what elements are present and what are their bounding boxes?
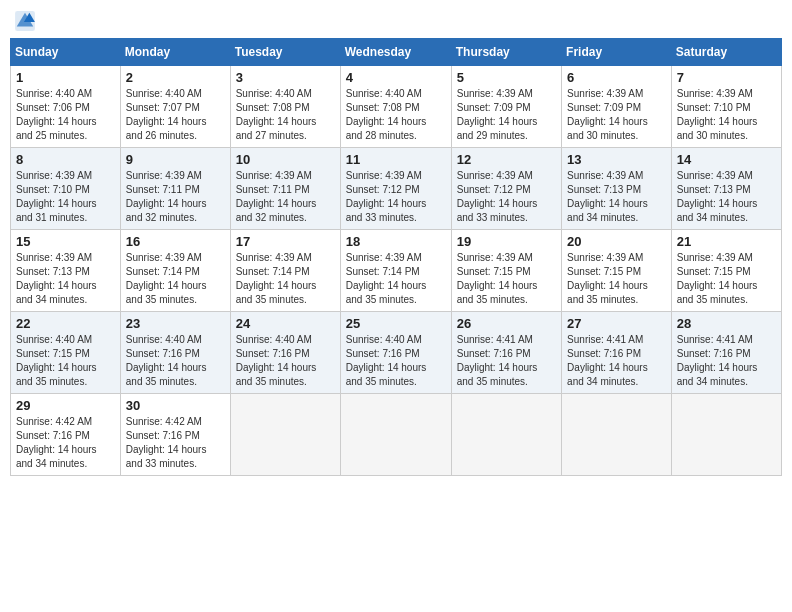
calendar-day-cell: 28 Sunrise: 4:41 AMSunset: 7:16 PMDaylig…	[671, 312, 781, 394]
calendar-day-cell: 27 Sunrise: 4:41 AMSunset: 7:16 PMDaylig…	[562, 312, 672, 394]
calendar-week-row: 1 Sunrise: 4:40 AMSunset: 7:06 PMDayligh…	[11, 66, 782, 148]
calendar-day-cell: 26 Sunrise: 4:41 AMSunset: 7:16 PMDaylig…	[451, 312, 561, 394]
header-thursday: Thursday	[451, 39, 561, 66]
calendar-day-cell: 22 Sunrise: 4:40 AMSunset: 7:15 PMDaylig…	[11, 312, 121, 394]
calendar-day-cell: 29 Sunrise: 4:42 AMSunset: 7:16 PMDaylig…	[11, 394, 121, 476]
day-info: Sunrise: 4:39 AMSunset: 7:15 PMDaylight:…	[457, 251, 556, 307]
header-friday: Friday	[562, 39, 672, 66]
calendar-day-cell	[671, 394, 781, 476]
day-info: Sunrise: 4:40 AMSunset: 7:16 PMDaylight:…	[126, 333, 225, 389]
calendar-day-cell: 13 Sunrise: 4:39 AMSunset: 7:13 PMDaylig…	[562, 148, 672, 230]
day-number: 22	[16, 316, 115, 331]
day-info: Sunrise: 4:39 AMSunset: 7:12 PMDaylight:…	[346, 169, 446, 225]
day-number: 26	[457, 316, 556, 331]
header-sunday: Sunday	[11, 39, 121, 66]
calendar-day-cell: 23 Sunrise: 4:40 AMSunset: 7:16 PMDaylig…	[120, 312, 230, 394]
day-number: 17	[236, 234, 335, 249]
logo	[14, 10, 40, 32]
day-info: Sunrise: 4:40 AMSunset: 7:08 PMDaylight:…	[236, 87, 335, 143]
day-number: 9	[126, 152, 225, 167]
day-info: Sunrise: 4:40 AMSunset: 7:16 PMDaylight:…	[236, 333, 335, 389]
calendar-day-cell: 30 Sunrise: 4:42 AMSunset: 7:16 PMDaylig…	[120, 394, 230, 476]
calendar-week-row: 29 Sunrise: 4:42 AMSunset: 7:16 PMDaylig…	[11, 394, 782, 476]
day-number: 23	[126, 316, 225, 331]
day-info: Sunrise: 4:39 AMSunset: 7:14 PMDaylight:…	[236, 251, 335, 307]
calendar-day-cell: 12 Sunrise: 4:39 AMSunset: 7:12 PMDaylig…	[451, 148, 561, 230]
day-number: 7	[677, 70, 776, 85]
day-number: 18	[346, 234, 446, 249]
calendar-day-cell: 24 Sunrise: 4:40 AMSunset: 7:16 PMDaylig…	[230, 312, 340, 394]
day-number: 28	[677, 316, 776, 331]
day-number: 19	[457, 234, 556, 249]
calendar-day-cell: 20 Sunrise: 4:39 AMSunset: 7:15 PMDaylig…	[562, 230, 672, 312]
day-number: 27	[567, 316, 666, 331]
calendar-day-cell: 1 Sunrise: 4:40 AMSunset: 7:06 PMDayligh…	[11, 66, 121, 148]
calendar-day-cell: 9 Sunrise: 4:39 AMSunset: 7:11 PMDayligh…	[120, 148, 230, 230]
page-header	[10, 10, 782, 32]
day-info: Sunrise: 4:39 AMSunset: 7:09 PMDaylight:…	[567, 87, 666, 143]
day-number: 1	[16, 70, 115, 85]
logo-icon	[14, 10, 36, 32]
day-number: 14	[677, 152, 776, 167]
day-info: Sunrise: 4:39 AMSunset: 7:11 PMDaylight:…	[236, 169, 335, 225]
header-wednesday: Wednesday	[340, 39, 451, 66]
day-number: 11	[346, 152, 446, 167]
day-number: 16	[126, 234, 225, 249]
day-number: 10	[236, 152, 335, 167]
day-number: 8	[16, 152, 115, 167]
day-info: Sunrise: 4:39 AMSunset: 7:14 PMDaylight:…	[126, 251, 225, 307]
day-number: 13	[567, 152, 666, 167]
day-info: Sunrise: 4:41 AMSunset: 7:16 PMDaylight:…	[457, 333, 556, 389]
calendar-day-cell: 17 Sunrise: 4:39 AMSunset: 7:14 PMDaylig…	[230, 230, 340, 312]
day-info: Sunrise: 4:39 AMSunset: 7:15 PMDaylight:…	[567, 251, 666, 307]
calendar-day-cell: 8 Sunrise: 4:39 AMSunset: 7:10 PMDayligh…	[11, 148, 121, 230]
header-tuesday: Tuesday	[230, 39, 340, 66]
day-number: 24	[236, 316, 335, 331]
calendar-day-cell: 25 Sunrise: 4:40 AMSunset: 7:16 PMDaylig…	[340, 312, 451, 394]
day-info: Sunrise: 4:40 AMSunset: 7:16 PMDaylight:…	[346, 333, 446, 389]
day-info: Sunrise: 4:41 AMSunset: 7:16 PMDaylight:…	[677, 333, 776, 389]
calendar-day-cell: 14 Sunrise: 4:39 AMSunset: 7:13 PMDaylig…	[671, 148, 781, 230]
calendar-day-cell: 21 Sunrise: 4:39 AMSunset: 7:15 PMDaylig…	[671, 230, 781, 312]
calendar-week-row: 15 Sunrise: 4:39 AMSunset: 7:13 PMDaylig…	[11, 230, 782, 312]
calendar-day-cell: 16 Sunrise: 4:39 AMSunset: 7:14 PMDaylig…	[120, 230, 230, 312]
day-number: 12	[457, 152, 556, 167]
day-info: Sunrise: 4:39 AMSunset: 7:13 PMDaylight:…	[567, 169, 666, 225]
day-number: 25	[346, 316, 446, 331]
day-info: Sunrise: 4:40 AMSunset: 7:07 PMDaylight:…	[126, 87, 225, 143]
day-info: Sunrise: 4:39 AMSunset: 7:13 PMDaylight:…	[16, 251, 115, 307]
calendar-day-cell	[230, 394, 340, 476]
calendar-day-cell: 5 Sunrise: 4:39 AMSunset: 7:09 PMDayligh…	[451, 66, 561, 148]
day-number: 6	[567, 70, 666, 85]
day-info: Sunrise: 4:39 AMSunset: 7:14 PMDaylight:…	[346, 251, 446, 307]
calendar-day-cell: 6 Sunrise: 4:39 AMSunset: 7:09 PMDayligh…	[562, 66, 672, 148]
calendar-week-row: 8 Sunrise: 4:39 AMSunset: 7:10 PMDayligh…	[11, 148, 782, 230]
day-info: Sunrise: 4:42 AMSunset: 7:16 PMDaylight:…	[126, 415, 225, 471]
day-number: 30	[126, 398, 225, 413]
day-number: 4	[346, 70, 446, 85]
day-number: 3	[236, 70, 335, 85]
calendar-table: Sunday Monday Tuesday Wednesday Thursday…	[10, 38, 782, 476]
header-saturday: Saturday	[671, 39, 781, 66]
calendar-day-cell: 18 Sunrise: 4:39 AMSunset: 7:14 PMDaylig…	[340, 230, 451, 312]
header-monday: Monday	[120, 39, 230, 66]
day-number: 21	[677, 234, 776, 249]
calendar-week-row: 22 Sunrise: 4:40 AMSunset: 7:15 PMDaylig…	[11, 312, 782, 394]
day-info: Sunrise: 4:40 AMSunset: 7:06 PMDaylight:…	[16, 87, 115, 143]
day-info: Sunrise: 4:40 AMSunset: 7:08 PMDaylight:…	[346, 87, 446, 143]
calendar-day-cell: 2 Sunrise: 4:40 AMSunset: 7:07 PMDayligh…	[120, 66, 230, 148]
day-info: Sunrise: 4:40 AMSunset: 7:15 PMDaylight:…	[16, 333, 115, 389]
day-info: Sunrise: 4:39 AMSunset: 7:13 PMDaylight:…	[677, 169, 776, 225]
calendar-day-cell: 4 Sunrise: 4:40 AMSunset: 7:08 PMDayligh…	[340, 66, 451, 148]
day-info: Sunrise: 4:39 AMSunset: 7:15 PMDaylight:…	[677, 251, 776, 307]
calendar-day-cell: 19 Sunrise: 4:39 AMSunset: 7:15 PMDaylig…	[451, 230, 561, 312]
day-info: Sunrise: 4:39 AMSunset: 7:09 PMDaylight:…	[457, 87, 556, 143]
calendar-day-cell	[451, 394, 561, 476]
day-info: Sunrise: 4:42 AMSunset: 7:16 PMDaylight:…	[16, 415, 115, 471]
calendar-day-cell: 7 Sunrise: 4:39 AMSunset: 7:10 PMDayligh…	[671, 66, 781, 148]
day-number: 29	[16, 398, 115, 413]
day-info: Sunrise: 4:39 AMSunset: 7:10 PMDaylight:…	[677, 87, 776, 143]
calendar-day-cell	[562, 394, 672, 476]
calendar-day-cell: 3 Sunrise: 4:40 AMSunset: 7:08 PMDayligh…	[230, 66, 340, 148]
calendar-day-cell: 10 Sunrise: 4:39 AMSunset: 7:11 PMDaylig…	[230, 148, 340, 230]
